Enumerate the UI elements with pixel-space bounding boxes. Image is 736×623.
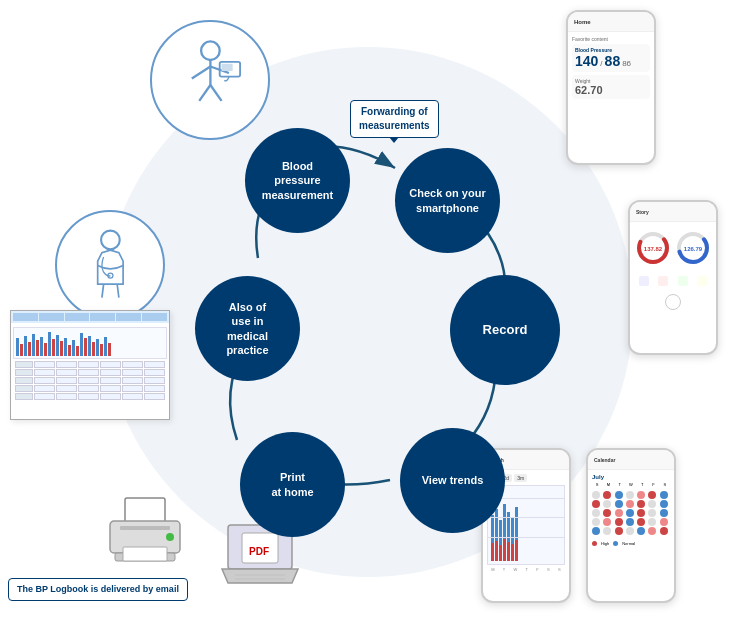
svg-point-18 <box>166 533 174 541</box>
svg-line-11 <box>102 284 104 298</box>
svg-line-5 <box>199 85 210 101</box>
printer-illustration <box>95 493 195 573</box>
svg-point-9 <box>101 230 120 249</box>
illus-bp-device <box>150 20 270 140</box>
node-also-use: Also of use in medical practice <box>195 276 300 381</box>
svg-text:126.79: 126.79 <box>684 246 703 252</box>
svg-rect-13 <box>125 498 165 523</box>
main-container: Blood pressure measurement Check on your… <box>0 0 736 623</box>
svg-point-1 <box>201 41 220 60</box>
svg-rect-15 <box>120 526 170 530</box>
svg-rect-8 <box>221 63 232 70</box>
node-check-smartphone: Check on your smartphone <box>395 148 500 253</box>
svg-line-3 <box>191 66 210 78</box>
phone-record: Story 137.82 126.79 <box>628 200 718 355</box>
node-blood-pressure: Blood pressure measurement <box>245 128 350 233</box>
svg-line-12 <box>117 284 119 298</box>
node-print-home: Print at home <box>240 432 345 537</box>
phone-check-smartphone: Home Favorite content Blood Pressure 140… <box>566 10 656 165</box>
callout-forwarding: Forwarding of measurements <box>350 100 439 138</box>
svg-line-6 <box>210 85 221 101</box>
svg-text:PDF: PDF <box>249 546 269 557</box>
illus-doctor <box>55 210 165 320</box>
svg-text:137.82: 137.82 <box>644 246 663 252</box>
node-record: Record <box>450 275 560 385</box>
node-view-trends: View trends <box>400 428 505 533</box>
doc-spreadsheet <box>10 310 170 420</box>
callout-email: The BP Logbook is delivered by email <box>8 578 188 601</box>
svg-rect-17 <box>123 547 167 561</box>
phone-calendar: Calendar July S M T W T F S <box>586 448 676 603</box>
